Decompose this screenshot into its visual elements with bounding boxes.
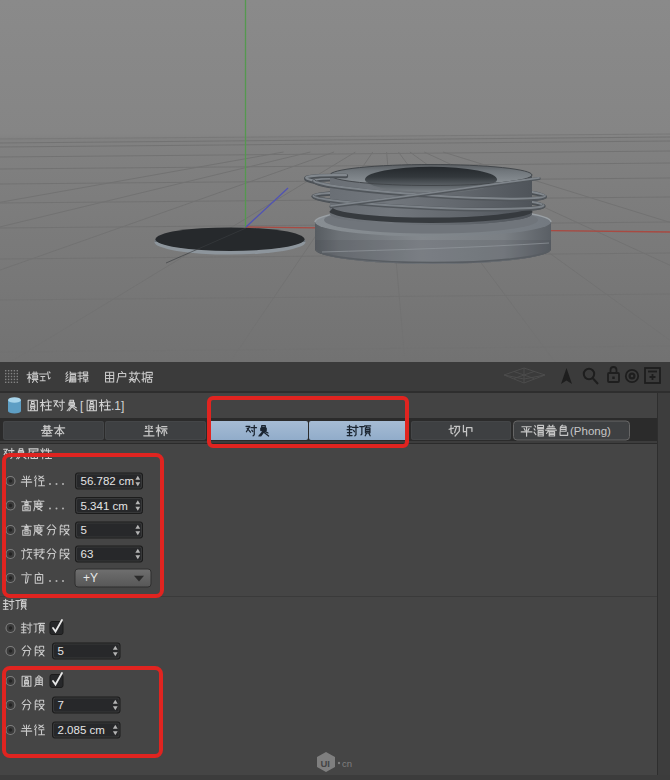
svg-text:UI: UI bbox=[321, 758, 331, 769]
svg-text:(Phong): (Phong) bbox=[570, 425, 611, 437]
svg-text:cn: cn bbox=[342, 758, 352, 769]
svg-text:.1]: .1] bbox=[111, 399, 124, 413]
svg-text:5: 5 bbox=[58, 645, 64, 657]
